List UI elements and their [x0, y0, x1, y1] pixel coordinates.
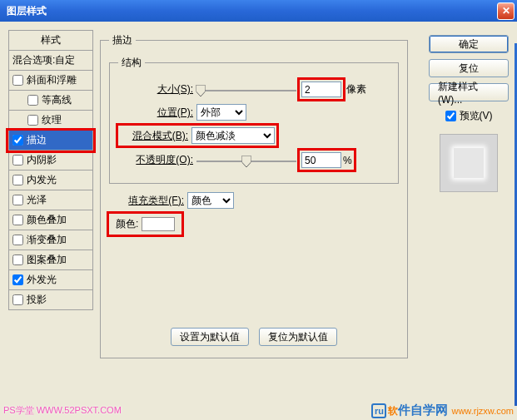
- styles-label-4: 内阴影: [27, 153, 57, 167]
- defaults-buttons: 设置为默认值 复位为默认值: [109, 328, 399, 346]
- styles-label-0: 斜面和浮雕: [27, 73, 77, 87]
- preview-row: 预览(V): [445, 109, 493, 123]
- window-title: 图层样式: [7, 4, 47, 18]
- cancel-button[interactable]: 复位: [429, 59, 509, 77]
- styles-row-6[interactable]: 光泽: [8, 190, 93, 210]
- reset-default-button[interactable]: 复位为默认值: [259, 328, 337, 346]
- styles-checkbox-9[interactable]: [12, 254, 23, 265]
- styles-checkbox-1[interactable]: [27, 95, 38, 106]
- position-select[interactable]: 外部: [196, 104, 246, 121]
- dialog-body: 样式 混合选项:自定 斜面和浮雕等高线纹理描边内阴影内发光光泽颜色叠加渐变叠加图…: [0, 22, 517, 420]
- size-slider[interactable]: [196, 84, 296, 96]
- size-input[interactable]: [301, 82, 341, 97]
- close-button[interactable]: ✕: [497, 2, 515, 20]
- preview-checkbox[interactable]: [445, 111, 456, 121]
- svg-marker-0: [196, 85, 205, 96]
- styles-checkbox-11[interactable]: [12, 294, 23, 305]
- styles-row-8[interactable]: 渐变叠加: [8, 230, 93, 250]
- opacity-label: 不透明度(O):: [118, 153, 193, 167]
- styles-checkbox-7[interactable]: [12, 215, 23, 225]
- opacity-row: 不透明度(O): %: [118, 151, 390, 170]
- styles-checkbox-0[interactable]: [12, 75, 23, 86]
- filltype-row: 填充类型(F): 颜色: [109, 192, 399, 209]
- styles-row-7[interactable]: 颜色叠加: [8, 210, 93, 230]
- preview-inner: [454, 148, 484, 178]
- color-swatch[interactable]: [142, 217, 175, 231]
- styles-label-8: 渐变叠加: [27, 233, 67, 247]
- styles-row-9[interactable]: 图案叠加: [8, 250, 93, 270]
- position-row: 位置(P): 外部: [118, 104, 390, 121]
- ok-button[interactable]: 确定: [429, 35, 509, 53]
- opacity-slider[interactable]: [196, 155, 296, 166]
- logo-icon: ru: [371, 403, 386, 418]
- styles-row-2[interactable]: 纹理: [8, 111, 93, 131]
- blend-options[interactable]: 混合选项:自定: [8, 51, 93, 71]
- styles-checkbox-5[interactable]: [12, 175, 23, 185]
- styles-checkbox-4[interactable]: [12, 155, 23, 166]
- styles-checkbox-3[interactable]: [12, 135, 23, 146]
- svg-marker-1: [242, 156, 251, 167]
- styles-label-9: 图案叠加: [27, 253, 67, 267]
- watermark-url: www.rjzxw.com: [451, 406, 514, 416]
- stroke-fieldset: 描边 结构 大小(S): 像素: [100, 33, 408, 358]
- styles-label-10: 外发光: [27, 273, 57, 287]
- styles-checkbox-10[interactable]: [12, 274, 23, 285]
- right-panel: 确定 复位 新建样式(W)... 预览(V): [429, 35, 509, 192]
- styles-label-5: 内发光: [27, 173, 57, 187]
- preview-label: 预览(V): [460, 109, 493, 123]
- styles-row-11[interactable]: 投影: [8, 290, 93, 310]
- styles-checkbox-8[interactable]: [12, 235, 23, 245]
- styles-row-5[interactable]: 内发光: [8, 170, 93, 190]
- styles-panel: 样式 混合选项:自定 斜面和浮雕等高线纹理描边内阴影内发光光泽颜色叠加渐变叠加图…: [8, 30, 93, 310]
- size-unit: 像素: [346, 82, 366, 96]
- color-row: 颜色:: [109, 214, 399, 235]
- watermark-text: 软软件自学网件自学网: [388, 403, 448, 418]
- styles-label-1: 等高线: [42, 93, 72, 107]
- stroke-legend: 描边: [109, 33, 136, 47]
- styles-row-10[interactable]: 外发光: [8, 270, 93, 290]
- styles-row-3[interactable]: 描边: [8, 131, 93, 151]
- color-label: 颜色:: [116, 217, 138, 231]
- slider-thumb-icon: [196, 85, 205, 96]
- filltype-label: 填充类型(F):: [109, 194, 184, 208]
- position-label: 位置(P):: [118, 106, 193, 120]
- size-row: 大小(S): 像素: [118, 80, 390, 99]
- watermark-psxt: PS学堂 WWW.52PSXT.COM: [3, 404, 122, 417]
- structure-fieldset: 结构 大小(S): 像素 位置(P):: [109, 56, 399, 184]
- styles-row-0[interactable]: 斜面和浮雕: [8, 71, 93, 91]
- opacity-input[interactable]: [301, 152, 341, 168]
- preview-box: [440, 134, 498, 192]
- styles-checkbox-6[interactable]: [12, 195, 23, 205]
- blendmode-label: 混合模式(B):: [120, 129, 188, 143]
- styles-label-2: 纹理: [42, 113, 62, 127]
- styles-label-6: 光泽: [27, 193, 47, 207]
- styles-row-4[interactable]: 内阴影: [8, 151, 93, 170]
- styles-row-1[interactable]: 等高线: [8, 91, 93, 111]
- styles-label-3: 描边: [27, 133, 47, 147]
- styles-header[interactable]: 样式: [8, 30, 93, 51]
- filltype-select[interactable]: 颜色: [187, 192, 234, 209]
- opacity-unit: %: [343, 155, 352, 166]
- blendmode-row: 混合模式(B): 颜色减淡: [118, 126, 390, 146]
- styles-label-11: 投影: [27, 293, 47, 307]
- close-icon: ✕: [502, 5, 510, 17]
- slider-thumb-icon: [242, 156, 251, 167]
- styles-checkbox-2[interactable]: [27, 115, 38, 126]
- structure-legend: 结构: [118, 56, 145, 70]
- titlebar: 图层样式 ✕: [0, 0, 517, 22]
- blendmode-select[interactable]: 颜色减淡: [191, 127, 275, 144]
- size-label: 大小(S):: [118, 82, 193, 96]
- set-default-button[interactable]: 设置为默认值: [171, 328, 249, 346]
- new-style-button[interactable]: 新建样式(W)...: [429, 83, 509, 101]
- content-panel: 描边 结构 大小(S): 像素: [100, 33, 408, 416]
- styles-label-7: 颜色叠加: [27, 213, 67, 227]
- watermark-rjzxw: ru 软软件自学网件自学网 www.rjzxw.com: [371, 403, 514, 418]
